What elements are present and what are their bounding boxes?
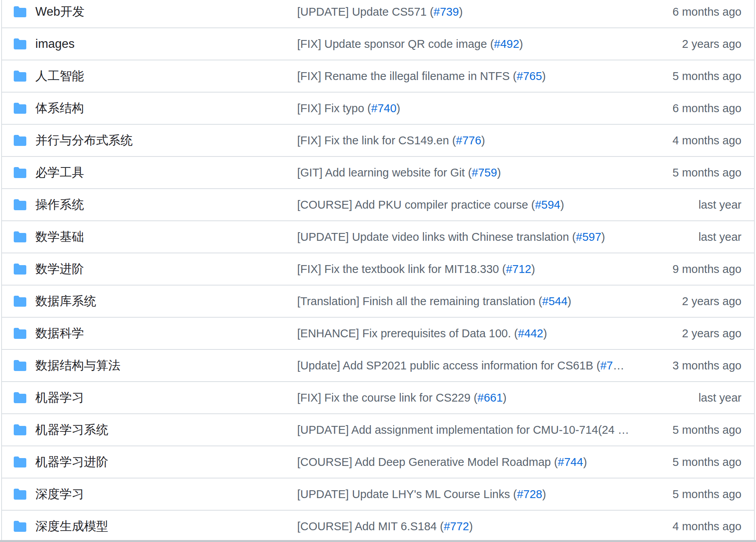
last-commit-date: last year [646,198,741,211]
last-commit-date: last year [646,391,741,404]
file-row: 必学工具 [GIT] Add learning website for Git … [2,157,754,189]
folder-icon [14,231,26,243]
folder-name-link[interactable]: 机器学习系统 [35,422,108,438]
file-name-cell: 机器学习系统 [14,422,297,438]
commit-message-link[interactable]: [FIX] Rename the illegal filename in NTF… [297,70,517,82]
folder-name-link[interactable]: 深度生成模型 [35,518,108,535]
commit-message-suffix: ) [561,198,564,211]
commit-message: [UPDATE] Update LHY's ML Course Links (#… [297,488,646,501]
folder-name-link[interactable]: 数学进阶 [35,261,84,277]
folder-name-link[interactable]: 必学工具 [35,164,84,181]
file-name-cell: 数学基础 [14,229,297,245]
folder-name-link[interactable]: 数据科学 [35,325,84,342]
file-row: 深度学习 [UPDATE] Update LHY's ML Course Lin… [2,478,754,511]
commit-message-suffix: ) [543,327,547,340]
folder-icon [14,5,26,18]
folder-name-link[interactable]: 数据结构与算法 [35,357,121,374]
commit-message-link[interactable]: [FIX] Fix the link for CS149.en ( [297,134,456,147]
file-row: 机器学习系统 [UPDATE] Add assignment implement… [2,414,754,446]
last-commit-date: last year [646,231,741,244]
file-name-cell: 数据科学 [14,325,297,342]
folder-name-link[interactable]: 操作系统 [35,196,84,213]
folder-icon [14,359,26,372]
folder-icon [14,198,26,211]
file-name-cell: 机器学习 [14,389,297,406]
folder-name-link[interactable]: 机器学习进阶 [35,454,108,470]
pr-number-link[interactable]: #744 [558,456,583,468]
commit-message-link[interactable]: [COURSE] Add Deep Generative Model Roadm… [297,456,558,468]
folder-icon [14,70,26,82]
commit-message-suffix: ) [542,488,546,500]
file-row: images [FIX] Update sponsor QR code imag… [2,28,754,60]
folder-name-link[interactable]: 机器学习 [35,389,84,406]
pr-number-link[interactable]: #772 [444,520,469,533]
last-commit-date: 5 months ago [646,456,741,469]
last-commit-date: 2 years ago [646,327,741,340]
commit-message-link[interactable]: [UPDATE] Add assignment implementation f… [297,424,618,436]
folder-icon [14,134,26,147]
commit-message: [UPDATE] Add assignment implementation f… [297,424,646,437]
last-commit-date: 6 months ago [646,102,741,115]
pr-number-link[interactable]: #661 [477,391,503,404]
repo-file-list: Web开发 [UPDATE] Update CS571 (#739) 6 mon… [1,0,755,542]
folder-name-link[interactable]: Web开发 [35,4,84,20]
commit-message-link[interactable]: [FIX] Fix the textbook link for MIT18.33… [297,263,506,275]
pr-number-link[interactable]: #597 [576,231,601,243]
file-name-cell: 必学工具 [14,164,297,181]
commit-message-link[interactable]: [ENHANCE] Fix prerequisites of Data 100.… [297,327,518,340]
commit-message-link[interactable]: [COURSE] Add MIT 6.S184 ( [297,520,444,533]
commit-message-link[interactable]: [FIX] Fix the course link for CS229 ( [297,391,477,404]
pr-number-link[interactable]: #739 [434,5,459,18]
commit-message-link[interactable]: [Translation] Finish all the remaining t… [297,295,542,307]
commit-message-link[interactable]: [GIT] Add learning website for Git ( [297,166,472,179]
file-row: Web开发 [UPDATE] Update CS571 (#739) 6 mon… [2,0,754,28]
commit-message-suffix: ) [531,263,535,275]
file-name-cell: images [14,37,297,51]
commit-message-link[interactable]: [COURSE] Add PKU compiler practice cours… [297,198,535,211]
pr-number-link[interactable]: #740 [371,102,397,115]
folder-icon [14,424,26,436]
commit-message-link[interactable]: [FIX] Fix typo ( [297,102,371,115]
commit-message: [FIX] Update sponsor QR code image (#492… [297,38,646,51]
file-name-cell: 并行与分布式系统 [14,132,297,149]
folder-icon [14,263,26,275]
commit-message-suffix: ) [583,456,587,468]
file-row: 数据库系统 [Translation] Finish all the remai… [2,286,754,318]
commit-message-link[interactable]: [FIX] Update sponsor QR code image ( [297,38,494,50]
commit-message-suffix: ) [503,391,507,404]
folder-name-link[interactable]: 深度学习 [35,486,84,502]
commit-message-suffix: ) [459,5,463,18]
commit-message: [COURSE] Add MIT 6.S184 (#772) [297,520,646,533]
folder-name-link[interactable]: 数学基础 [35,229,84,245]
pr-number-link[interactable]: #776 [456,134,482,147]
file-row: 机器学习 [FIX] Fix the course link for CS229… [2,382,754,414]
last-commit-date: 4 months ago [646,520,741,533]
commit-message-link[interactable]: [UPDATE] Update CS571 ( [297,5,434,18]
pr-number-link[interactable]: #594 [535,198,561,211]
commit-message-suffix: … [613,359,624,372]
commit-message-link[interactable]: [UPDATE] Update video links with Chinese… [297,231,576,243]
pr-number-link[interactable]: #728 [517,488,542,500]
pr-number-link[interactable]: #442 [518,327,543,340]
folder-icon [14,456,26,468]
folder-name-link[interactable]: images [35,37,75,51]
pr-number-link[interactable]: #712 [506,263,531,275]
commit-message-suffix: ) [519,38,523,50]
last-commit-date: 2 years ago [646,295,741,308]
pr-number-link[interactable]: #544 [542,295,568,307]
folder-name-link[interactable]: 并行与分布式系统 [35,132,133,149]
pr-number-link[interactable]: #765 [517,70,542,82]
commit-message: [GIT] Add learning website for Git (#759… [297,166,646,179]
folder-name-link[interactable]: 人工智能 [35,68,84,84]
file-row: 数学进阶 [FIX] Fix the textbook link for MIT… [2,253,754,286]
folder-icon [14,295,26,307]
folder-name-link[interactable]: 体系结构 [35,100,84,116]
folder-name-link[interactable]: 数据库系统 [35,293,96,309]
pr-number-link[interactable]: #759 [472,166,497,179]
pr-number-link[interactable]: #7 [600,359,613,372]
pr-number-link[interactable]: #492 [494,38,519,50]
commit-message: [Translation] Finish all the remaining t… [297,295,646,308]
commit-message-link[interactable]: [Update] Add SP2021 public access inform… [297,359,600,372]
commit-message: [FIX] Fix the course link for CS229 (#66… [297,391,646,404]
commit-message-link[interactable]: [UPDATE] Update LHY's ML Course Links ( [297,488,517,500]
